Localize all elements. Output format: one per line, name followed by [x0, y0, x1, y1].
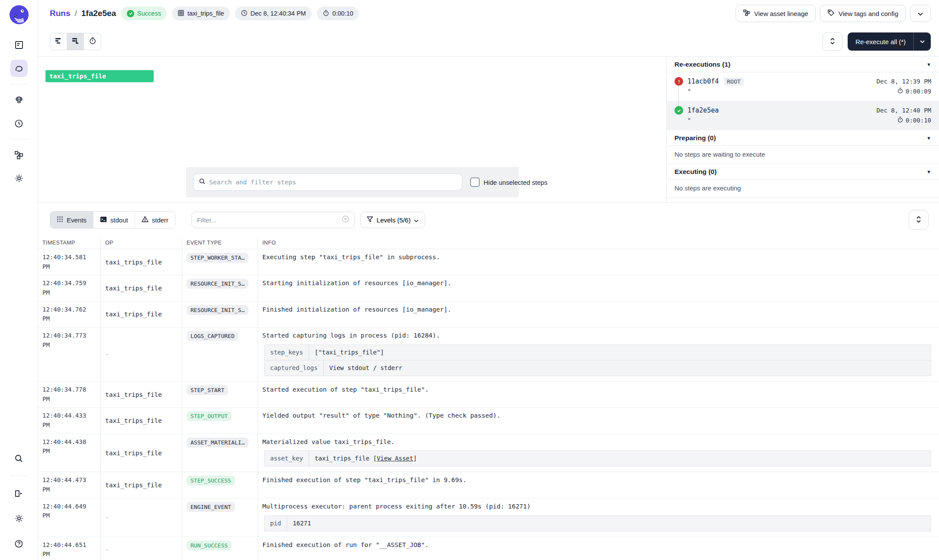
log-row[interactable]: 12:40:34.773 PM-LOGS_CAPTUREDStarted cap…: [38, 328, 939, 382]
log-info-text: Materialized value taxi_trips_file.: [262, 438, 935, 447]
help-icon: [14, 539, 24, 549]
log-event-type-cell: STEP_WORKER_STA…: [182, 249, 258, 275]
sidebar-item-deployment[interactable]: [10, 170, 28, 187]
gantt-waterfall-view-button[interactable]: [67, 33, 84, 50]
zoom-fit-button[interactable]: [823, 32, 842, 51]
gantt-view-switcher: [50, 33, 101, 50]
log-filter-input[interactable]: [197, 216, 342, 224]
run-header: Runs / 1fa2e5ea Success taxi_trips_file …: [38, 0, 939, 27]
badge-spacer: [719, 106, 876, 115]
run-detail-split: taxi_trips_file Hide unselected steps Re…: [38, 57, 939, 203]
sidebar-search-button[interactable]: [10, 450, 28, 467]
log-event-type-cell: ASSET_MATERIALI…: [182, 434, 258, 472]
event-type-chip[interactable]: ASSET_MATERIALI…: [187, 438, 248, 447]
log-row[interactable]: 12:40:34.778 PMtaxi_trips_fileSTEP_START…: [38, 382, 939, 408]
log-timestamp: 12:40:44.651 PM: [38, 537, 101, 560]
view-tags-config-button[interactable]: View tags and config: [820, 5, 906, 22]
log-info-text: Started execution of step "taxi_trips_fi…: [262, 385, 935, 395]
log-timestamp: 12:40:44.649 PM: [38, 499, 101, 537]
breadcrumb-runs-link[interactable]: Runs: [50, 9, 71, 18]
event-type-chip[interactable]: RUN_SUCCESS: [187, 541, 232, 550]
sidebar-item-automation[interactable]: [10, 91, 28, 109]
breadcrumb: Runs / 1fa2e5ea: [50, 9, 116, 18]
tab-stderr[interactable]: stderr: [135, 212, 175, 228]
log-scroll-button[interactable]: [909, 210, 929, 230]
dagster-logo-icon[interactable]: [10, 5, 29, 24]
sidebar-item-schedules[interactable]: [10, 115, 28, 132]
sidebar-help-button[interactable]: [10, 535, 28, 552]
automation-globe-icon: [14, 95, 24, 105]
log-toolbar: Events stdout stderr Levels (5/6): [38, 208, 939, 232]
reexecution-run-row[interactable]: 1fa2e5eaDec 8, 12:40 PM*0:00:10: [667, 101, 939, 130]
executing-section-header[interactable]: Executing (0) ▼: [667, 164, 939, 180]
sidebar-item-overview[interactable]: [10, 36, 28, 54]
log-op: taxi_trips_file: [101, 434, 182, 472]
log-row[interactable]: 12:40:44.473 PMtaxi_trips_fileSTEP_SUCCE…: [38, 472, 939, 498]
log-event-type-cell: ENGINE_EVENT: [182, 499, 258, 537]
log-row[interactable]: 12:40:44.433 PMtaxi_trips_fileSTEP_OUTPU…: [38, 408, 939, 434]
reexecute-all-button[interactable]: Re-execute all (*): [848, 32, 931, 51]
tab-stdout[interactable]: stdout: [94, 212, 135, 228]
errored-section-header[interactable]: Errored (0) ▼: [667, 198, 939, 202]
levels-filter-button[interactable]: Levels (5/6): [360, 212, 425, 228]
chevron-down-icon: [917, 10, 923, 17]
event-type-chip[interactable]: STEP_OUTPUT: [187, 411, 232, 421]
stopwatch-icon: [897, 116, 904, 124]
reexecutions-section-header[interactable]: Re-executions (1) ▼: [667, 57, 939, 72]
breadcrumb-run-id: 1fa2e5ea: [81, 9, 116, 18]
log-row[interactable]: 12:40:34.581 PMtaxi_trips_fileSTEP_WORKE…: [38, 249, 939, 275]
event-type-chip[interactable]: LOGS_CAPTURED: [187, 331, 239, 341]
col-op: OP: [101, 238, 182, 249]
event-type-chip[interactable]: STEP_START: [187, 385, 228, 395]
log-row[interactable]: 12:40:34.759 PMtaxi_trips_fileRESOURCE_I…: [38, 275, 939, 301]
gantt-flat-view-button[interactable]: [50, 33, 67, 50]
view-asset-lineage-button[interactable]: View asset lineage: [736, 5, 816, 22]
log-row[interactable]: 12:40:34.762 PMtaxi_trips_fileRESOURCE_I…: [38, 302, 939, 328]
preparing-section-header[interactable]: Preparing (0) ▼: [667, 130, 939, 146]
run-id-link[interactable]: 11acb0f4: [687, 77, 719, 85]
sidebar-item-runs[interactable]: [10, 60, 28, 77]
log-row[interactable]: 12:40:44.438 PMtaxi_trips_fileASSET_MATE…: [38, 434, 939, 473]
sidebar-divider: [10, 139, 29, 139]
run-datetime: Dec 8, 12:40:34 PM: [235, 6, 312, 20]
log-info-cell: Started execution of step "taxi_trips_fi…: [258, 382, 939, 407]
collapse-caret-icon: ▼: [926, 62, 931, 67]
log-info-text: Executing step "taxi_trips_file" in subp…: [262, 253, 935, 262]
hide-unselected-toggle[interactable]: Hide unselected steps: [470, 177, 548, 187]
reexecute-dropdown-caret[interactable]: [913, 32, 931, 51]
sidebar-settings-button[interactable]: [10, 510, 28, 527]
clear-filter-icon[interactable]: [342, 215, 349, 225]
run-steps-panel: Re-executions (1) ▼ 11acb0f4ROOTDec 8, 1…: [667, 57, 939, 202]
col-info: INFO: [258, 238, 939, 249]
event-type-chip[interactable]: ENGINE_EVENT: [187, 502, 235, 512]
clock-icon: [241, 10, 248, 18]
event-type-chip[interactable]: RESOURCE_INIT_S…: [187, 305, 248, 315]
tab-events[interactable]: Events: [50, 212, 94, 228]
runs-loop-icon: [14, 63, 24, 74]
run-id-link[interactable]: 1fa2e5ea: [687, 106, 719, 114]
event-type-chip[interactable]: STEP_SUCCESS: [187, 476, 235, 486]
log-op: taxi_trips_file: [101, 302, 182, 327]
event-metadata-table: asset_keytaxi_trips_file [View Asset]: [264, 451, 931, 467]
col-timestamp: TIMESTAMP: [38, 238, 101, 249]
header-more-button[interactable]: [910, 5, 931, 22]
log-op: taxi_trips_file: [101, 249, 182, 275]
event-type-chip[interactable]: RESOURCE_INIT_S…: [187, 279, 248, 289]
event-type-chip[interactable]: STEP_WORKER_STA…: [187, 253, 248, 263]
log-row[interactable]: 12:40:44.649 PM-ENGINE_EVENTMultiprocess…: [38, 499, 939, 537]
view-asset-link[interactable]: View Asset: [377, 455, 413, 462]
log-info-text: Finished execution of step "taxi_trips_f…: [262, 476, 935, 485]
reexecution-run-row[interactable]: 11acb0f4ROOTDec 8, 12:39 PM*0:00:09: [667, 72, 939, 101]
log-event-type-cell: RESOURCE_INIT_S…: [182, 275, 258, 301]
gantt-step-bar[interactable]: taxi_trips_file: [45, 70, 154, 82]
hide-unselected-checkbox[interactable]: [470, 177, 480, 187]
collapse-caret-icon: ▼: [926, 169, 931, 174]
gantt-timer-view-button[interactable]: [84, 33, 101, 50]
run-duration-text: 0:00:10: [906, 117, 931, 124]
log-timestamp: 12:40:44.438 PM: [38, 434, 101, 472]
log-row[interactable]: 12:40:44.651 PM-RUN_SUCCESSFinished exec…: [38, 537, 939, 560]
sidebar-expand-button[interactable]: [10, 485, 28, 502]
gantt-search-input[interactable]: [209, 179, 457, 186]
sidebar-item-lineage[interactable]: [10, 146, 28, 164]
asset-tag[interactable]: taxi_trips_file: [172, 6, 230, 20]
